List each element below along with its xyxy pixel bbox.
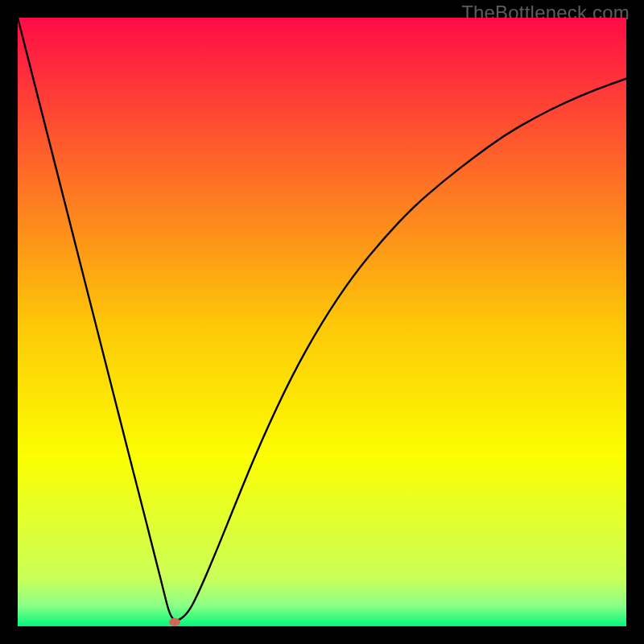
chart-svg <box>18 18 626 626</box>
chart-frame: TheBottleneck.com <box>0 0 644 644</box>
plot-area <box>18 18 626 626</box>
current-point-marker <box>169 618 180 626</box>
